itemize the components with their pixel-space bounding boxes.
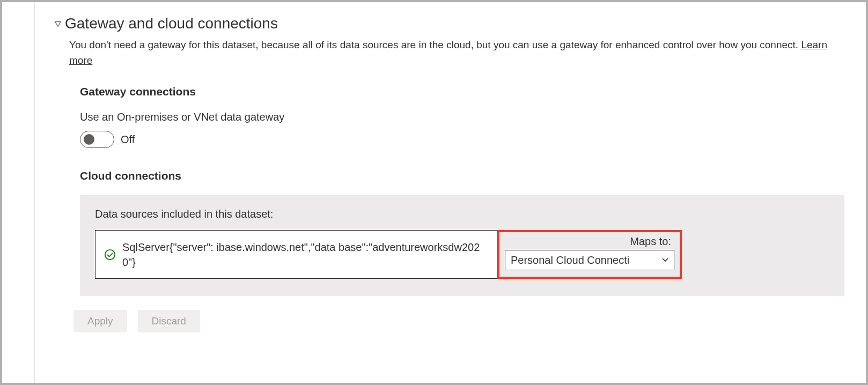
cloud-connections-panel: Data sources included in this dataset: S… xyxy=(80,195,844,296)
gateway-toggle-label: Use an On-premises or VNet data gateway xyxy=(80,111,844,123)
svg-point-0 xyxy=(105,249,115,259)
section-title: Gateway and cloud connections xyxy=(65,15,278,32)
gateway-toggle[interactable] xyxy=(80,131,114,148)
check-circle-icon xyxy=(104,249,116,261)
collapse-toggle-icon[interactable] xyxy=(54,20,62,27)
datasource-text: SqlServer{"server": ibase.windows.net","… xyxy=(122,240,488,270)
chevron-down-icon xyxy=(661,254,670,266)
maps-to-selected-value: Personal Cloud Connecti xyxy=(511,254,629,266)
gateway-connections-heading: Gateway connections xyxy=(80,85,844,98)
discard-button[interactable]: Discard xyxy=(138,310,200,332)
apply-button[interactable]: Apply xyxy=(73,310,127,332)
datasource-card: SqlServer{"server": ibase.windows.net","… xyxy=(95,230,497,279)
gateway-toggle-state: Off xyxy=(121,134,135,146)
maps-to-label: Maps to: xyxy=(630,235,671,248)
datasources-caption: Data sources included in this dataset: xyxy=(95,208,829,220)
toggle-knob xyxy=(84,134,94,145)
maps-to-select[interactable]: Personal Cloud Connecti xyxy=(505,250,674,270)
maps-to-highlight: Maps to: Personal Cloud Connecti xyxy=(497,230,682,279)
section-description: You don't need a gateway for this datase… xyxy=(69,38,844,68)
section-description-text: You don't need a gateway for this datase… xyxy=(69,39,801,50)
datasource-row: SqlServer{"server": ibase.windows.net","… xyxy=(95,230,829,279)
cloud-connections-heading: Cloud connections xyxy=(80,169,844,182)
